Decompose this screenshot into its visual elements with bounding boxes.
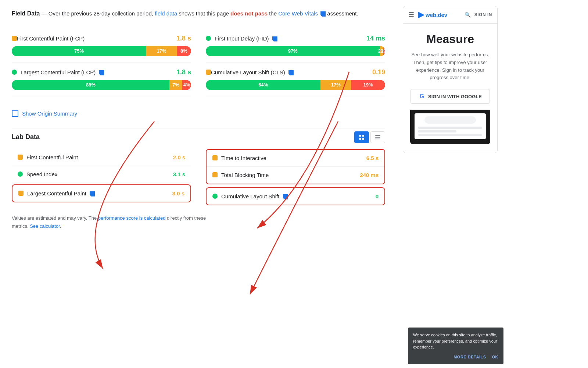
lab-data-section: Lab Data — [12, 131, 385, 207]
svg-rect-1 — [362, 135, 364, 137]
svg-rect-4 — [375, 135, 380, 136]
right-panel: ☰ ▶ web.dev 🔍 SIGN IN Measure See how we… — [397, 0, 503, 368]
list-icon — [374, 134, 381, 141]
sign-in-button[interactable]: SIGN IN — [474, 12, 492, 17]
lcp-bar-poor: 4% — [182, 80, 191, 90]
metric-fcp: First Contentful Paint (FCP) 1.8 s 75% 1… — [12, 29, 191, 63]
mobile-line-3 — [418, 134, 482, 136]
lab-lcp-icon — [18, 191, 24, 196]
mobile-screen — [415, 113, 486, 139]
webdev-card: ☰ ▶ web.dev 🔍 SIGN IN Measure See how we… — [403, 6, 498, 153]
lab-metric-tbt: Total Blocking Time 240 ms — [207, 167, 384, 184]
webdev-logo: ▶ web.dev — [418, 10, 447, 20]
cls-bar-poor: 19% — [351, 80, 385, 90]
lab-tti-value: 6.5 s — [366, 155, 379, 161]
webdev-logo-text: web.dev — [426, 12, 447, 18]
lab-lcp-name: Largest Contentful Paint — [27, 190, 172, 197]
hamburger-icon[interactable]: ☰ — [408, 11, 414, 19]
origin-summary-checkbox[interactable] — [12, 110, 18, 117]
grid-view-btn[interactable] — [354, 131, 369, 143]
lab-si-icon — [18, 171, 23, 177]
lab-tbt-value: 240 ms — [360, 172, 379, 178]
separator — [12, 128, 385, 128]
lab-data-title: Lab Data — [12, 133, 40, 141]
lab-lcp-cwv-icon — [90, 191, 95, 197]
search-icon[interactable]: 🔍 — [465, 12, 471, 18]
lab-fcp-icon — [18, 155, 23, 160]
metric-fid: First Input Delay (FID) 14 ms 97% 2% 1% — [206, 29, 385, 63]
mobile-preview — [410, 110, 490, 144]
view-toggle[interactable] — [354, 131, 385, 143]
fcp-bar-needs-improvement: 17% — [146, 46, 177, 56]
header-desc-4: assessment. — [327, 10, 358, 17]
fid-name: First Input Delay (FID) — [215, 35, 366, 42]
header-desc-1: — Over the previous 28-day collection pe… — [40, 10, 155, 17]
origin-summary-label[interactable]: Show Origin Summary — [22, 110, 77, 117]
lab-cls-icon — [212, 194, 218, 199]
field-data-title: Field Data — [12, 10, 40, 17]
mobile-url-bar — [424, 116, 476, 124]
origin-summary-row[interactable]: Show Origin Summary — [12, 105, 385, 122]
grid-icon — [358, 134, 365, 141]
mobile-content — [418, 127, 482, 136]
more-details-button[interactable]: MORE DETAILS — [453, 354, 486, 360]
lab-metrics-grid: First Contentful Paint 2.0 s Speed Index… — [12, 149, 385, 207]
lab-tbt-name: Total Blocking Time — [221, 172, 360, 178]
lcp-bar-needs-improvement: 7% — [169, 80, 182, 90]
lab-tti-icon — [212, 155, 218, 160]
fcp-value: 1.8 s — [176, 35, 191, 42]
measure-content: Measure See how well your website perfor… — [403, 24, 497, 153]
cls-icon — [206, 70, 211, 75]
mobile-line-2 — [418, 130, 456, 132]
lab-si-name: Speed Index — [26, 171, 173, 177]
field-metrics-grid: First Contentful Paint (FCP) 1.8 s 75% 1… — [12, 29, 385, 96]
field-data-header: Field Data — Over the previous 28-day co… — [12, 9, 385, 18]
logo-arrow-icon: ▶ — [418, 10, 424, 20]
fid-bar: 97% 2% 1% — [206, 46, 385, 56]
lcp-cwv-icon — [99, 70, 104, 75]
lab-si-value: 3.1 s — [173, 171, 185, 177]
fid-bar-good: 97% — [206, 46, 380, 56]
google-g-icon: G — [419, 93, 425, 100]
field-data-link[interactable]: field data — [155, 10, 177, 17]
cls-value: 0.19 — [372, 68, 385, 76]
header-desc-2: shows that this page — [177, 10, 230, 17]
footer-note: Values are estimated and may vary. The p… — [12, 214, 385, 230]
metric-lcp: Largest Contentful Paint (LCP) 1.8 s 88%… — [12, 63, 191, 96]
lab-fcp-value: 2.0 s — [173, 154, 185, 160]
lab-metric-fcp: First Contentful Paint 2.0 s — [12, 149, 191, 166]
fcp-bar-poor: 8% — [177, 46, 191, 56]
lcp-value: 1.8 s — [176, 68, 191, 76]
cwv-flag-icon — [320, 11, 326, 17]
cookie-banner: We serve cookies on this site to analyze… — [408, 328, 503, 364]
svg-rect-0 — [359, 135, 361, 137]
svg-rect-5 — [375, 137, 380, 138]
cookie-text: We serve cookies on this site to analyze… — [413, 332, 498, 350]
svg-rect-3 — [362, 138, 364, 139]
cls-cwv-icon — [288, 70, 294, 75]
metric-cls: Cumulative Layout Shift (CLS) 0.19 64% 1… — [206, 63, 385, 96]
lcp-icon — [12, 70, 17, 75]
calc-link[interactable]: See calculator — [30, 223, 60, 229]
mobile-line-1 — [418, 127, 482, 129]
list-view-btn[interactable] — [370, 131, 385, 143]
cwv-link[interactable]: Core Web Vitals — [278, 10, 327, 17]
lcp-bar-good: 88% — [12, 80, 169, 90]
lcp-bar: 88% 7% 4% — [12, 80, 191, 90]
lab-metric-cls: Cumulative Layout Shift 0 — [206, 187, 385, 205]
measure-desc: See how well your website performs. Then… — [410, 51, 490, 82]
perf-score-link[interactable]: performance score is calculated — [98, 215, 166, 221]
lab-fcp-name: First Contentful Paint — [26, 154, 173, 160]
google-signin-button[interactable]: G SIGN IN WITH GOOGLE — [410, 89, 490, 104]
fcp-bar: 75% 17% 8% — [12, 46, 191, 56]
cls-bar-good: 64% — [206, 80, 320, 90]
footer-text-3: . — [60, 223, 61, 229]
svg-rect-2 — [359, 138, 361, 139]
lab-cls-name: Cumulative Layout Shift — [221, 193, 376, 199]
svg-rect-6 — [375, 138, 380, 139]
google-signin-label: SIGN IN WITH GOOGLE — [428, 94, 482, 99]
ok-button[interactable]: OK — [492, 354, 499, 360]
header-desc-3: the — [268, 10, 278, 17]
measure-title: Measure — [410, 32, 490, 46]
webdev-navbar: ☰ ▶ web.dev 🔍 SIGN IN — [403, 6, 497, 24]
